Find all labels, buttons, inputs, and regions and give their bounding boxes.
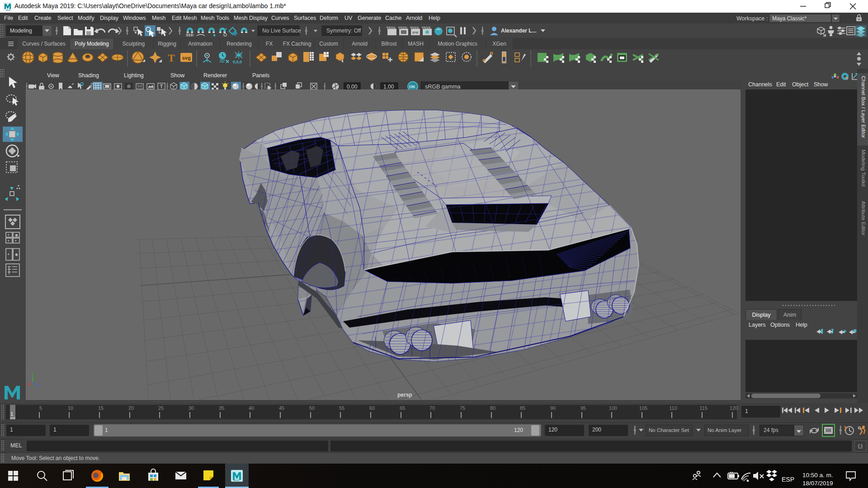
svg-text:y: y: [32, 371, 34, 376]
svg-text:0,0,0: 0,0,0: [233, 60, 242, 64]
svg-text:+: +: [7, 239, 9, 243]
svg-text:0.00: 0.00: [347, 84, 358, 90]
svg-text:MAYA: MAYA: [233, 479, 240, 482]
svg-text:ON: ON: [409, 84, 415, 89]
svg-text:+: +: [7, 233, 9, 237]
svg-text:z: z: [38, 384, 40, 389]
svg-text:◆: ◆: [15, 233, 18, 237]
svg-text:1.00: 1.00: [383, 84, 394, 90]
svg-text:persp: persp: [397, 392, 412, 398]
svg-text:ESP: ESP: [782, 476, 794, 483]
svg-text:18/07/2019: 18/07/2019: [802, 480, 833, 487]
svg-text:+: +: [14, 239, 17, 243]
svg-text:+: +: [7, 252, 9, 257]
svg-text:◆: ◆: [15, 252, 18, 257]
svg-text:10:50 a. m.: 10:50 a. m.: [802, 472, 833, 479]
svg-text:svg: svg: [182, 55, 191, 61]
svg-text:T: T: [160, 84, 163, 89]
svg-text:sRGB gamma: sRGB gamma: [425, 84, 461, 90]
svg-text:T: T: [168, 52, 175, 64]
